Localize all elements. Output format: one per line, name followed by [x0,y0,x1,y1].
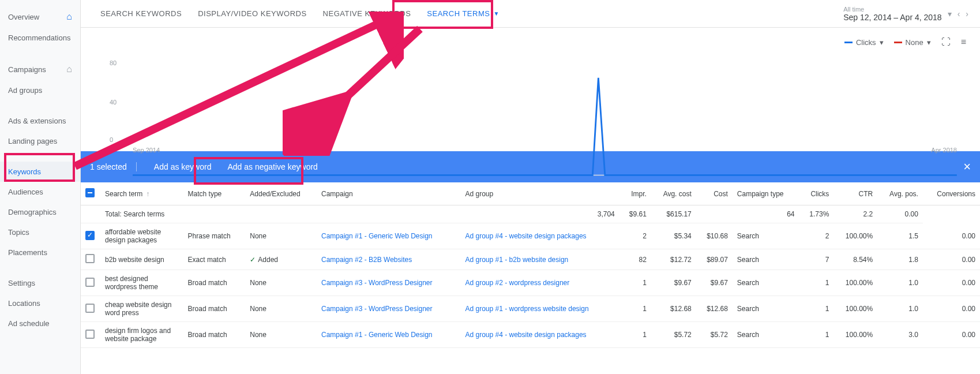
metric-picker-1[interactable]: Clicks ▾ [844,38,884,47]
cell-campaign-link[interactable]: Campaign #3 - WordPress Designer [317,296,461,322]
cell: $5.72 [651,322,696,348]
col-impr[interactable]: Impr. [619,182,651,205]
sidebar-item-topics[interactable]: Topics [0,222,80,242]
table-row: b2b website designExact match✓AddedCampa… [81,249,980,270]
metric-picker-2[interactable]: None ▾ [894,38,931,47]
cell-match-type: Broad match [183,322,246,348]
cell-added-excluded: None [245,270,317,296]
cell-adgroup-link[interactable]: Ad group #4 - website design packages [460,223,619,249]
cell-campaign-link[interactable]: Campaign #3 - WordPress Designer [317,270,461,296]
cell: 100.00% [833,223,877,249]
cell: 100.00% [833,296,877,322]
sidebar-item-locations[interactable]: Locations [0,293,80,313]
col-adgroup[interactable]: Ad group [460,182,619,205]
chevron-left-icon[interactable]: ‹ [958,9,960,18]
chevron-down-icon[interactable]: ▾ [948,9,952,18]
tab-negative-keywords[interactable]: NEGATIVE KEYWORDS [315,0,419,28]
cell-match-type: Broad match [183,296,246,322]
col-match-type[interactable]: Match type [183,182,246,205]
tab-search-terms[interactable]: SEARCH TERMS ▼ [419,0,507,28]
total-row: Total: Search terms 3,704 $9.61 $615.17 … [81,205,980,223]
cell: 1 [799,270,834,296]
cell: 1 [799,296,834,322]
cell-match-type: Exact match [183,249,246,270]
chevron-right-icon[interactable]: › [966,9,968,18]
sidebar-item-placements[interactable]: Placements [0,242,80,263]
chevron-down-icon: ▼ [493,10,499,17]
col-added-excluded[interactable]: Added/Excluded [245,182,317,205]
sidebar-item-label: Ad groups [8,86,42,95]
sidebar-item-label: Ad schedule [8,319,50,328]
cell: Search [733,270,799,296]
row-checkbox[interactable] [85,304,95,313]
sidebar-item-label: Overview [8,13,39,21]
sidebar-item-landing-pages[interactable]: Landing pages [0,131,80,151]
chevron-down-icon: ▾ [927,38,931,47]
col-search-term[interactable]: Search term↑ [100,182,183,205]
sidebar-item-label: Landing pages [8,137,57,145]
date-range-value: Sep 12, 2014 – Apr 4, 2018 [843,13,941,22]
sidebar-item-campaigns[interactable]: Campaigns ⌂ [0,58,80,80]
tab-bar: SEARCH KEYWORDS DISPLAY/VIDEO KEYWORDS N… [81,0,980,28]
sidebar-item-adschedule[interactable]: Ad schedule [0,313,80,334]
sidebar-item-overview[interactable]: Overview ⌂ [0,6,80,28]
sidebar-item-label: Topics [8,228,29,237]
select-all-checkbox[interactable] [85,188,95,197]
cell: $12.72 [651,249,696,270]
cell: $9.67 [696,270,733,296]
table-row: design firm logos and website packageBro… [81,322,980,348]
cell-adgroup-link[interactable]: Ad group #1 - b2b website design [460,249,619,270]
row-checkbox[interactable] [85,330,95,339]
cell: 8.54% [833,249,877,270]
cell-match-type: Broad match [183,270,246,296]
col-conversions[interactable]: Conversions [923,182,980,205]
cell-adgroup-link[interactable]: Ad group #1 - wordpress website design [460,296,619,322]
cell: 82 [619,249,651,270]
cell-campaign-link[interactable]: Campaign #1 - Generic Web Design [317,322,461,348]
fullscreen-icon[interactable]: ⛶ [941,37,951,47]
sidebar-item-demographics[interactable]: Demographics [0,202,80,222]
sidebar-item-adgroups[interactable]: Ad groups [0,80,80,100]
col-cost[interactable]: Cost [696,182,733,205]
sidebar-item-settings[interactable]: Settings [0,273,80,293]
cell-match-type: Phrase match [183,223,246,249]
sidebar-item-keywords[interactable]: Keywords [0,162,80,182]
search-terms-table: Search term↑ Match type Added/Excluded C… [81,182,980,348]
cell: 2 [619,223,651,249]
col-avg-cost[interactable]: Avg. cost [651,182,696,205]
date-range-picker[interactable]: All time Sep 12, 2014 – Apr 4, 2018 ▾ ‹ … [843,6,968,22]
tab-search-keywords[interactable]: SEARCH KEYWORDS [92,0,190,28]
cell-campaign-link[interactable]: Campaign #2 - B2B Websites [317,249,461,270]
cell-campaign-link[interactable]: Campaign #1 - Generic Web Design [317,223,461,249]
sidebar-item-ads-extensions[interactable]: Ads & extensions [0,111,80,131]
chart-area: Clicks ▾ None ▾ ⛶ ≡ 80 40 0 Se [81,28,980,151]
cell-adgroup-link[interactable]: Ad group #4 - website design packages [460,322,619,348]
col-avg-pos[interactable]: Avg. pos. [877,182,923,205]
row-checkbox[interactable] [85,231,95,240]
main-area: SEARCH KEYWORDS DISPLAY/VIDEO KEYWORDS N… [81,0,980,374]
sidebar-item-audiences[interactable]: Audiences [0,182,80,202]
col-clicks[interactable]: Clicks [799,182,834,205]
cell: $9.67 [651,270,696,296]
sidebar: Overview ⌂ Recommendations Campaigns ⌂ A… [0,0,81,374]
metric-label: Clicks [856,38,876,47]
col-ctr[interactable]: CTR [833,182,877,205]
row-checkbox[interactable] [85,278,95,287]
settings-icon[interactable]: ≡ [961,37,966,47]
sidebar-item-label: Keywords [8,167,41,176]
table-row: cheap website design word pressBroad mat… [81,296,980,322]
cell: 0.00 [923,296,980,322]
col-campaign-type[interactable]: Campaign type [733,182,799,205]
y-tick: 80 [110,59,117,66]
sidebar-item-recommendations[interactable]: Recommendations [0,28,80,48]
close-icon[interactable]: × [963,159,971,174]
cell-adgroup-link[interactable]: Ad group #2 - wordpress designer [460,270,619,296]
tab-label: DISPLAY/VIDEO KEYWORDS [198,9,306,18]
sidebar-item-label: Ads & extensions [8,117,66,125]
row-checkbox[interactable] [85,254,95,263]
tab-display-video-keywords[interactable]: DISPLAY/VIDEO KEYWORDS [190,0,314,28]
col-campaign[interactable]: Campaign [317,182,461,205]
cell: 1.73% [799,205,834,223]
cell: 3,704 [460,205,619,223]
cell: $12.68 [651,296,696,322]
